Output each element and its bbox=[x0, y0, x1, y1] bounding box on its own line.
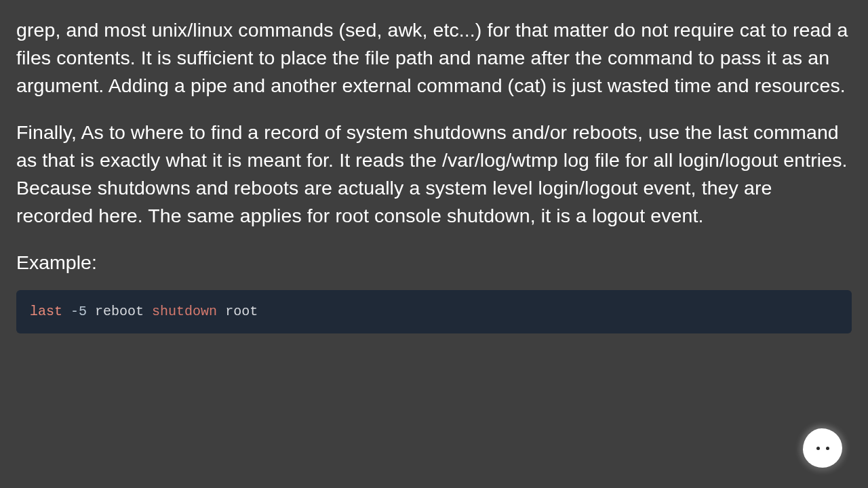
chat-fab[interactable] bbox=[803, 428, 842, 468]
code-space bbox=[217, 304, 225, 319]
answer-content: grep, and most unix/linux commands (sed,… bbox=[0, 0, 868, 333]
code-token-command: last bbox=[30, 304, 62, 319]
code-token-arg: reboot bbox=[95, 304, 144, 319]
code-space bbox=[87, 304, 95, 319]
dot-icon bbox=[816, 447, 820, 450]
code-space bbox=[144, 304, 152, 319]
paragraph-1: grep, and most unix/linux commands (sed,… bbox=[16, 16, 852, 100]
code-space bbox=[62, 304, 71, 319]
example-label: Example: bbox=[16, 249, 852, 277]
code-token-arg: root bbox=[225, 304, 258, 319]
paragraph-2: Finally, As to where to find a record of… bbox=[16, 119, 852, 230]
code-token-flag: -5 bbox=[71, 304, 87, 319]
code-token-keyword: shutdown bbox=[152, 304, 217, 319]
code-block: last -5 reboot shutdown root bbox=[16, 290, 852, 333]
dot-icon bbox=[826, 447, 829, 450]
